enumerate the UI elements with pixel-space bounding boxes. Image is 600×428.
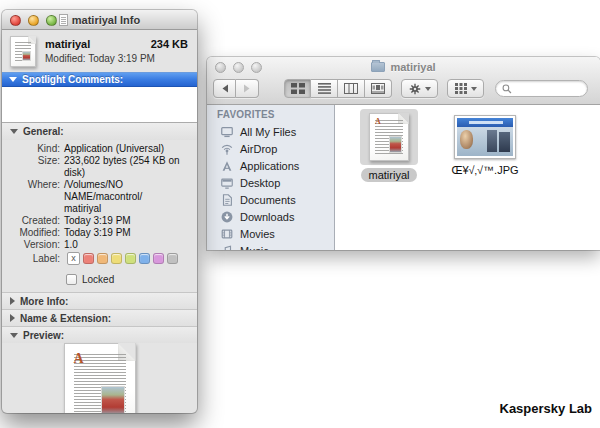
embedded-photo bbox=[22, 51, 31, 61]
spotlight-comments-label: Spotlight Comments: bbox=[22, 74, 123, 85]
label-swatch-red[interactable] bbox=[83, 253, 94, 264]
photo-face bbox=[460, 130, 473, 149]
watermark-text: Kaspersky Lab bbox=[500, 401, 593, 416]
disclosure-triangle-icon[interactable] bbox=[10, 314, 15, 322]
spotlight-comments-header[interactable]: Spotlight Comments: bbox=[2, 72, 197, 87]
disclosure-triangle-icon[interactable] bbox=[10, 297, 15, 305]
spotlight-comments-input[interactable] bbox=[2, 87, 197, 123]
coverflow-view-button[interactable] bbox=[365, 79, 392, 98]
embedded-photo bbox=[101, 386, 125, 413]
file-matiriyal[interactable]: A matiriyal bbox=[351, 109, 427, 182]
sidebar-item-airdrop[interactable]: AirDrop bbox=[207, 140, 334, 157]
field-size: Size: 233,602 bytes (254 KB on disk) bbox=[4, 155, 191, 179]
nav-buttons bbox=[213, 79, 259, 98]
modified-line: Modified: Today 3:19 PM bbox=[45, 53, 188, 64]
file-name: matiriyal bbox=[45, 38, 90, 50]
sidebar-item-movies[interactable]: Movies bbox=[207, 225, 334, 242]
sidebar-item-label: Documents bbox=[240, 194, 296, 206]
sidebar-item-desktop[interactable]: Desktop bbox=[207, 174, 334, 191]
action-menu-button[interactable] bbox=[401, 79, 438, 98]
info-window-title: matiriyal Info bbox=[72, 14, 140, 26]
folder-proxy-icon[interactable] bbox=[371, 62, 385, 72]
search-input[interactable] bbox=[515, 83, 575, 94]
file-icon-selection: A bbox=[360, 109, 418, 165]
finder-file-area[interactable]: A matiriyal Œ¥√ bbox=[335, 105, 600, 250]
finder-chrome: matiriyal bbox=[207, 57, 600, 105]
label-swatch-green[interactable] bbox=[125, 253, 136, 264]
general-fields: Kind: Application (Universal) Size: 233,… bbox=[2, 140, 197, 265]
embedded-photo bbox=[389, 136, 402, 153]
disclosure-triangle-icon[interactable] bbox=[10, 333, 18, 338]
search-field[interactable] bbox=[495, 80, 588, 97]
preview-label: Preview: bbox=[23, 330, 64, 341]
info-header: matiriyal 234 KB Modified: Today 3:19 PM bbox=[2, 30, 197, 72]
jpg-thumbnail bbox=[454, 115, 516, 159]
preview-document: A bbox=[64, 343, 136, 413]
field-kind: Kind: Application (Universal) bbox=[4, 143, 191, 155]
file-icon bbox=[10, 36, 36, 67]
disclosure-triangle-icon[interactable] bbox=[9, 77, 17, 82]
column-view-button[interactable] bbox=[338, 79, 365, 98]
label-swatch-gray[interactable] bbox=[167, 253, 178, 264]
close-button[interactable] bbox=[215, 62, 226, 73]
documents-icon bbox=[220, 193, 234, 207]
forward-arrow-icon bbox=[243, 84, 251, 93]
close-button[interactable] bbox=[10, 15, 21, 26]
finder-window-title: matiriyal bbox=[390, 61, 435, 73]
field-label: Label: x bbox=[4, 252, 191, 265]
info-traffic-lights bbox=[10, 15, 57, 26]
finder-sidebar: FAVORITES All My Files AirDrop Applicati… bbox=[207, 105, 335, 250]
name-extension-section-header[interactable]: Name & Extension: bbox=[2, 309, 197, 326]
field-where: Where: /Volumes/NO NAME/macontrol/ matir… bbox=[4, 179, 191, 215]
more-info-label: More Info: bbox=[20, 296, 68, 307]
info-titlebar[interactable]: matiriyal Info bbox=[2, 10, 197, 30]
arrange-menu-button[interactable] bbox=[447, 79, 484, 98]
document-file-icon: A bbox=[369, 113, 409, 161]
downloads-icon bbox=[220, 210, 234, 224]
document-proxy-icon bbox=[59, 14, 68, 26]
label-swatch-yellow[interactable] bbox=[111, 253, 122, 264]
label-none-button[interactable]: x bbox=[67, 252, 80, 265]
file-size: 234 KB bbox=[151, 38, 188, 50]
desktop-icon bbox=[220, 176, 234, 190]
preview-section-header[interactable]: Preview: bbox=[2, 326, 197, 343]
back-button[interactable] bbox=[213, 79, 236, 98]
label-swatch-orange[interactable] bbox=[97, 253, 108, 264]
desktop-canvas: matiriyal bbox=[0, 0, 600, 428]
zoom-button[interactable] bbox=[251, 62, 262, 73]
general-section-header[interactable]: General: bbox=[2, 123, 197, 140]
coverflow-view-icon bbox=[371, 83, 385, 94]
airdrop-icon bbox=[220, 142, 234, 156]
icon-view-button[interactable] bbox=[284, 79, 311, 98]
sidebar-item-documents[interactable]: Documents bbox=[207, 191, 334, 208]
sidebar-item-music[interactable]: Music bbox=[207, 242, 334, 250]
name-extension-label: Name & Extension: bbox=[20, 313, 111, 324]
file-jpg[interactable]: Œ¥√‚√™.JPG bbox=[437, 115, 533, 176]
label-swatch-purple[interactable] bbox=[153, 253, 164, 264]
preview-area: A bbox=[2, 343, 197, 413]
finder-toolbar bbox=[207, 77, 600, 104]
sidebar-item-label: Downloads bbox=[240, 211, 294, 223]
label-swatch-blue[interactable] bbox=[139, 253, 150, 264]
field-version: Version: 1.0 bbox=[4, 239, 191, 251]
dropcap-letter: A bbox=[375, 118, 381, 126]
locked-row: Locked bbox=[66, 274, 197, 285]
sidebar-item-applications[interactable]: Applications bbox=[207, 157, 334, 174]
sidebar-item-all-my-files[interactable]: All My Files bbox=[207, 123, 334, 140]
disclosure-triangle-icon[interactable] bbox=[10, 129, 18, 134]
sidebar-favorites-header: FAVORITES bbox=[207, 109, 334, 123]
forward-button[interactable] bbox=[236, 79, 259, 98]
all-my-files-icon bbox=[220, 125, 234, 139]
list-view-button[interactable] bbox=[311, 79, 338, 98]
locked-checkbox[interactable] bbox=[66, 274, 77, 285]
minimize-button[interactable] bbox=[233, 62, 244, 73]
sidebar-item-label: Desktop bbox=[240, 177, 280, 189]
sidebar-item-label: All My Files bbox=[240, 126, 296, 138]
more-info-section-header[interactable]: More Info: bbox=[2, 292, 197, 309]
zoom-button[interactable] bbox=[46, 15, 57, 26]
finder-titlebar[interactable]: matiriyal bbox=[207, 57, 600, 77]
applications-icon bbox=[220, 159, 234, 173]
sidebar-item-label: Movies bbox=[240, 228, 275, 240]
minimize-button[interactable] bbox=[28, 15, 39, 26]
sidebar-item-downloads[interactable]: Downloads bbox=[207, 208, 334, 225]
